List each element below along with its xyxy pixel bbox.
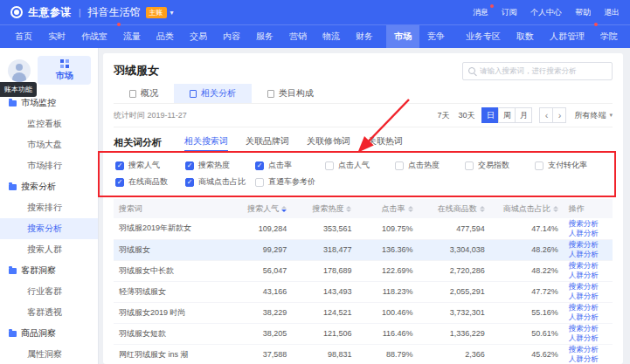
sidebar-item-1-1[interactable]: 搜索分析 [0, 218, 98, 239]
metric-metrics_row1-5[interactable]: 交易指数 [465, 160, 535, 171]
sidebar-item-1-2[interactable]: 搜索人群 [0, 239, 98, 260]
nav-item-9[interactable]: 物流 [315, 25, 348, 48]
sidebar-item-0-1[interactable]: 市场大盘 [0, 134, 98, 155]
metric-metrics_row1-3[interactable]: 点击人气 [325, 160, 395, 171]
checkbox[interactable] [325, 161, 334, 170]
metric-metrics_row2-1[interactable]: ✓商城点击占比 [185, 176, 255, 188]
nav-item-2[interactable]: 作战室 [73, 25, 115, 48]
avatar[interactable] [8, 59, 31, 82]
terminal-dropdown[interactable]: 所有终端 ▾ [574, 110, 613, 121]
quick-range-1[interactable]: 30天 [458, 110, 474, 121]
topbar-link-1[interactable]: 订阅 [502, 7, 517, 18]
metric-metrics_row1-2[interactable]: ✓点击率 [255, 160, 325, 171]
checkbox[interactable]: ✓ [255, 161, 264, 170]
value-cell: 122.69% [357, 260, 418, 281]
tab-1[interactable]: 相关分析 [174, 84, 252, 103]
granularity-1[interactable]: 周 [498, 107, 516, 123]
granularity-0[interactable]: 日 [481, 107, 499, 123]
tab-2[interactable]: 类目构成 [252, 84, 329, 103]
search-input[interactable] [480, 66, 606, 75]
nav-item-5[interactable]: 交易 [182, 25, 215, 48]
audience-analysis-link[interactable]: 人群分析 [569, 271, 607, 280]
checkbox[interactable]: ✓ [185, 161, 194, 170]
floating-badge[interactable]: 账本功能 [0, 82, 37, 97]
nav-item-10[interactable]: 财务 [348, 25, 381, 48]
nav-item-3[interactable]: 流量 [115, 25, 149, 48]
subtab-0[interactable]: 相关搜索词 [184, 135, 228, 152]
search-analysis-link[interactable]: 搜索分析 [569, 345, 607, 354]
search-analysis-link[interactable]: 搜索分析 [569, 303, 607, 312]
metric-metrics_row2-0[interactable]: ✓在线商品数 [115, 176, 185, 188]
checkbox[interactable]: ✓ [115, 161, 124, 170]
audience-analysis-link[interactable]: 人群分析 [569, 312, 607, 322]
metric-metrics_row2-2[interactable]: 直通车参考价 [255, 176, 315, 188]
search-analysis-link[interactable]: 搜索分析 [569, 324, 607, 333]
topbar-link-2[interactable]: 个人中心 [530, 7, 562, 18]
nav-item-14[interactable]: 取数 [509, 25, 542, 48]
quick-range-0[interactable]: 7天 [437, 110, 449, 121]
topbar-link-0[interactable]: 消息 [473, 7, 488, 18]
column-header-6[interactable]: 操作 [564, 199, 613, 218]
audience-analysis-link[interactable]: 人群分析 [569, 229, 607, 238]
nav-item-1[interactable]: 实时 [40, 25, 73, 48]
subtab-2[interactable]: 关联修饰词 [307, 135, 350, 152]
subtab-1[interactable]: 关联品牌词 [246, 135, 289, 152]
audience-analysis-link[interactable]: 人群分析 [569, 333, 607, 343]
column-header-1[interactable]: 搜索人气 [229, 199, 292, 218]
audience-analysis-link[interactable]: 人群分析 [569, 292, 607, 301]
column-header-4[interactable]: 在线商品数 [419, 199, 490, 218]
sidebar-item-0-2[interactable]: 市场排行 [0, 155, 98, 176]
column-header-5[interactable]: 商城点击占比 [490, 199, 564, 218]
nav-item-16[interactable]: 学院 [592, 25, 626, 48]
prev-button[interactable]: ‹ [539, 107, 553, 123]
search-analysis-link[interactable]: 搜索分析 [569, 261, 607, 271]
checkbox[interactable]: ✓ [185, 178, 194, 187]
nav-item-6[interactable]: 内容 [215, 25, 248, 48]
sidebar-item-2-1[interactable]: 客群透视 [0, 302, 98, 323]
search-box[interactable] [462, 62, 613, 80]
search-analysis-link[interactable]: 搜索分析 [569, 240, 607, 250]
metric-metrics_row1-4[interactable]: 点击热度 [395, 160, 465, 171]
audience-analysis-link[interactable]: 人群分析 [569, 354, 607, 364]
search-analysis-link[interactable]: 搜索分析 [569, 282, 607, 292]
chevron-down-icon[interactable]: ▾ [170, 9, 174, 17]
sort-icon[interactable] [553, 206, 558, 212]
checkbox[interactable] [255, 178, 264, 187]
checkbox[interactable]: ✓ [115, 178, 124, 187]
page-tabs: 概况相关分析类目构成 [114, 84, 613, 104]
module-selector[interactable]: 市场 [38, 56, 91, 85]
sidebar-item-3-0[interactable]: 属性洞察 [0, 344, 98, 364]
search-analysis-link[interactable]: 搜索分析 [569, 219, 607, 229]
column-header-0[interactable]: 搜索词 [114, 199, 229, 218]
sort-icon[interactable] [480, 206, 485, 212]
checkbox[interactable] [395, 161, 404, 170]
nav-item-15[interactable]: 人群管理 [542, 25, 592, 48]
sidebar-item-0-0[interactable]: 监控看板 [0, 113, 98, 134]
sort-icon[interactable] [346, 206, 351, 212]
metric-metrics_row1-6[interactable]: 支付转化率 [535, 160, 587, 171]
tab-0[interactable]: 概况 [114, 84, 174, 103]
column-header-3[interactable]: 点击率 [357, 199, 418, 218]
nav-item-4[interactable]: 品类 [149, 25, 182, 48]
metric-metrics_row1-1[interactable]: ✓搜索热度 [185, 160, 255, 171]
nav-item-11[interactable]: 市场 [386, 25, 419, 48]
column-header-2[interactable]: 搜索热度 [292, 199, 357, 218]
nav-item-7[interactable]: 服务 [248, 25, 281, 48]
sidebar-item-1-0[interactable]: 搜索排行 [0, 197, 98, 218]
checkbox[interactable] [465, 161, 474, 170]
sidebar-item-2-0[interactable]: 行业客群 [0, 281, 98, 302]
topbar-link-3[interactable]: 帮助 [575, 7, 591, 18]
nav-item-8[interactable]: 营销 [281, 25, 315, 48]
granularity-2[interactable]: 月 [515, 107, 532, 123]
next-button[interactable]: › [552, 107, 566, 123]
nav-item-0[interactable]: 首页 [7, 25, 40, 48]
audience-analysis-link[interactable]: 人群分析 [569, 250, 607, 259]
nav-item-12[interactable]: 竞争 [419, 25, 453, 48]
metric-metrics_row1-0[interactable]: ✓搜索人气 [115, 160, 185, 171]
checkbox[interactable] [535, 161, 543, 170]
nav-item-13[interactable]: 业务专区 [458, 25, 509, 48]
topbar-link-4[interactable]: 退出 [604, 7, 620, 18]
subtab-3[interactable]: 关联热词 [368, 135, 403, 152]
sort-icon[interactable] [281, 206, 287, 212]
sort-icon[interactable] [408, 206, 413, 212]
